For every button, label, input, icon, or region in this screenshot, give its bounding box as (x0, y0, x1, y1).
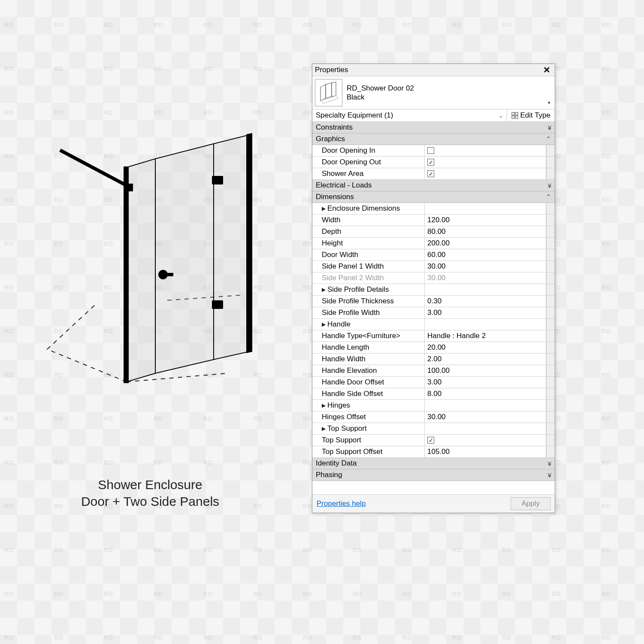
prop-label: ▶Side Profile Details (312, 284, 425, 295)
prop-top-support-offset: Top Support Offset 105.00 (312, 446, 555, 458)
prop-value[interactable]: 2.00 (425, 354, 546, 365)
instance-filter[interactable]: Specialty Equipment (1) (312, 109, 495, 121)
checkbox-checked[interactable]: ✓ (427, 170, 434, 177)
prop-button[interactable] (546, 446, 555, 457)
apply-button[interactable]: Apply (511, 497, 550, 510)
prop-button[interactable] (546, 388, 555, 399)
family-selector[interactable]: RD_Shower Door 02 Black ▾ (312, 76, 555, 109)
prop-value[interactable]: ✓ (425, 435, 546, 446)
prop-button[interactable] (546, 145, 555, 156)
group-phasing[interactable]: Phasing¥ (312, 469, 555, 481)
expand-icon: ¥ (548, 460, 551, 467)
prop-value[interactable]: 30.00 (425, 261, 546, 272)
group-electrical[interactable]: Electrical - Loads¥ (312, 180, 555, 191)
checkbox-checked[interactable]: ✓ (427, 159, 434, 166)
chevron-down-icon[interactable]: ⌄ (495, 112, 507, 119)
prop-value[interactable]: ✓ (425, 157, 546, 168)
prop-value[interactable]: 60.00 (425, 249, 546, 260)
prop-value[interactable]: 3.00 (425, 377, 546, 388)
prop-button[interactable] (546, 215, 555, 226)
instance-filter-row: Specialty Equipment (1) ⌄ Edit Type (312, 109, 555, 122)
prop-side-profile-width: Side Profile Width 3.00 (312, 307, 555, 319)
prop-value[interactable]: 200.00 (425, 238, 546, 249)
prop-hinges-header[interactable]: ▶Hinges (312, 400, 555, 411)
svg-rect-7 (515, 112, 518, 115)
prop-value[interactable]: 80.00 (425, 226, 546, 237)
prop-value[interactable]: 3.00 (425, 307, 546, 318)
prop-value[interactable]: 100.00 (425, 365, 546, 376)
edit-type-button[interactable]: Edit Type (507, 109, 555, 121)
prop-button[interactable] (546, 307, 555, 318)
prop-side-profile-details[interactable]: ▶Side Profile Details (312, 284, 555, 296)
prop-value[interactable]: 30.00 (425, 411, 546, 423)
triangle-right-icon: ▶ (322, 287, 326, 293)
prop-button[interactable] (546, 226, 555, 237)
prop-value[interactable]: ✓ (425, 168, 546, 179)
prop-handle-elevation: Handle Elevation 100.00 (312, 365, 555, 377)
prop-button[interactable] (546, 157, 555, 168)
prop-value[interactable] (425, 145, 546, 156)
family-name: RD_Shower Door 02 (347, 84, 414, 93)
prop-label: ▶Hinges (312, 400, 425, 411)
prop-handle-door-offset: Handle Door Offset 3.00 (312, 377, 555, 388)
svg-rect-6 (512, 112, 514, 115)
group-dimensions[interactable]: Dimensions⌃ (312, 191, 555, 203)
prop-side-profile-thickness: Side Profile Thickness 0.30 (312, 296, 555, 307)
svg-rect-8 (512, 116, 514, 118)
prop-label: Side Profile Width (312, 307, 425, 318)
group-identity-data[interactable]: Identity Data¥ (312, 458, 555, 469)
prop-value (425, 203, 546, 214)
prop-button[interactable] (546, 168, 555, 179)
prop-button[interactable] (546, 284, 555, 295)
close-icon[interactable]: ✕ (541, 65, 552, 75)
prop-value[interactable]: 105.00 (425, 446, 546, 457)
prop-value[interactable]: 8.00 (425, 388, 546, 399)
checkbox-checked[interactable]: ✓ (427, 437, 434, 444)
prop-button[interactable] (546, 423, 555, 434)
prop-value[interactable]: 0.30 (425, 296, 546, 307)
prop-enclosure-dimensions[interactable]: ▶Enclosure Dimensions (312, 203, 555, 215)
prop-button[interactable] (546, 411, 555, 423)
prop-label: ▶Enclosure Dimensions (312, 203, 425, 214)
model-viewport (34, 120, 275, 442)
prop-label: Handle Door Offset (312, 377, 425, 388)
prop-button[interactable] (546, 365, 555, 376)
family-text: RD_Shower Door 02 Black (347, 84, 414, 102)
prop-value (425, 423, 546, 434)
prop-button[interactable] (546, 330, 555, 342)
triangle-right-icon: ▶ (322, 321, 326, 327)
properties-help-link[interactable]: Properties help (317, 499, 366, 508)
collapse-icon: ⌃ (546, 193, 551, 201)
prop-button[interactable] (546, 238, 555, 249)
prop-value (425, 319, 546, 330)
prop-label: ▶Top Support (312, 423, 425, 434)
prop-button[interactable] (546, 354, 555, 365)
prop-button[interactable] (546, 319, 555, 330)
prop-value (425, 284, 546, 295)
svg-rect-9 (515, 116, 518, 118)
prop-button[interactable] (546, 435, 555, 446)
prop-button[interactable] (546, 400, 555, 411)
panel-titlebar[interactable]: Properties ✕ (312, 64, 555, 76)
family-type: Black (347, 93, 414, 102)
prop-button[interactable] (546, 296, 555, 307)
prop-door-opening-in: Door Opening In (312, 145, 555, 157)
caption-line-1: Shower Enclosure (64, 476, 236, 493)
checkbox-unchecked[interactable] (427, 147, 434, 154)
prop-handle-header[interactable]: ▶Handle (312, 319, 555, 330)
edit-type-label: Edit Type (520, 111, 550, 120)
prop-button[interactable] (546, 261, 555, 272)
prop-label: Door Opening Out (312, 157, 425, 168)
prop-value[interactable]: Handle : Handle 2 (425, 330, 546, 342)
prop-value[interactable]: 120.00 (425, 215, 546, 226)
prop-button[interactable] (546, 342, 555, 353)
prop-button[interactable] (546, 203, 555, 214)
prop-top-support-header[interactable]: ▶Top Support (312, 423, 555, 435)
prop-button[interactable] (546, 249, 555, 260)
group-constraints[interactable]: Constraints¥ (312, 122, 555, 133)
group-graphics[interactable]: Graphics⌃ (312, 133, 555, 145)
prop-value (425, 400, 546, 411)
prop-value[interactable]: 20.00 (425, 342, 546, 353)
prop-button[interactable] (546, 377, 555, 388)
family-dropdown-icon[interactable]: ▾ (548, 100, 550, 106)
